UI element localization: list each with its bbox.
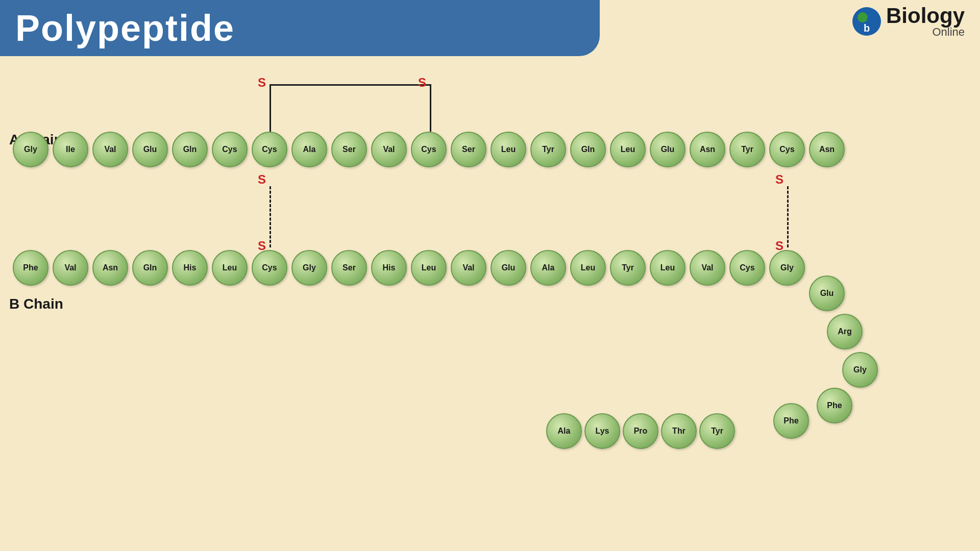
- a-bead-ser2: Ser: [451, 132, 486, 167]
- ss-bridge-right-vert: [430, 84, 431, 132]
- svg-text:b: b: [864, 22, 870, 34]
- b-bead-tyr2: Tyr: [699, 413, 735, 449]
- a-bead-cys2: Cys: [252, 132, 287, 167]
- chain-b-label: B Chain: [9, 296, 63, 312]
- b-bead-cys: Cys: [252, 250, 287, 286]
- b-bead-ser: Ser: [331, 250, 367, 286]
- logo-area: b Biology Online: [851, 5, 965, 38]
- b-bead-thr: Thr: [661, 413, 697, 449]
- b-bead-ala: Ala: [530, 250, 566, 286]
- b-bead-gly3: Gly: [842, 352, 878, 388]
- s-label-r-top: S: [775, 172, 783, 187]
- ss-bridge-top-horiz: [270, 84, 430, 86]
- b-bead-arg: Arg: [827, 314, 863, 349]
- b-bead-phe2: Phe: [817, 388, 852, 423]
- b-bead-leu4: Leu: [650, 250, 685, 286]
- ss-bridge-left-vert: [270, 84, 271, 132]
- logo-biology: Biology: [886, 5, 965, 27]
- a-bead-glu: Glu: [132, 132, 168, 167]
- b-bead-phe: Phe: [13, 250, 48, 286]
- b-bead-gly: Gly: [291, 250, 327, 286]
- s-label-v-top: S: [258, 172, 266, 187]
- b-bead-ala2: Ala: [546, 413, 582, 449]
- b-bead-lys: Lys: [584, 413, 620, 449]
- b-bead-val3: Val: [690, 250, 725, 286]
- a-bead-cys3: Cys: [411, 132, 447, 167]
- svg-point-1: [857, 12, 868, 22]
- b-bead-gly2: Gly: [769, 250, 805, 286]
- b-bead-leu2: Leu: [411, 250, 447, 286]
- logo-text: Biology Online: [886, 5, 965, 38]
- a-bead-asn2: Asn: [809, 132, 845, 167]
- b-bead-tyr: Tyr: [610, 250, 646, 286]
- a-bead-gln: Gln: [172, 132, 208, 167]
- page-title: Polypeptide: [15, 7, 235, 49]
- biology-online-logo-icon: b: [851, 6, 882, 37]
- b-bead-gln: Gln: [132, 250, 168, 286]
- a-bead-ser: Ser: [331, 132, 367, 167]
- a-bead-leu2: Leu: [610, 132, 646, 167]
- a-bead-cys1: Cys: [212, 132, 248, 167]
- a-bead-tyr2: Tyr: [729, 132, 765, 167]
- b-bead-glu2: Glu: [809, 276, 845, 311]
- ss-dashed-vert: [270, 186, 271, 247]
- header: Polypeptide: [0, 0, 600, 56]
- s-label-bridge-right: S: [418, 76, 426, 90]
- b-bead-phe3: Phe: [773, 403, 809, 439]
- logo-online: Online: [886, 27, 965, 38]
- a-bead-gln2: Gln: [570, 132, 606, 167]
- b-bead-his: His: [172, 250, 208, 286]
- ss-dashed-vert-right: [787, 186, 789, 247]
- b-bead-asn: Asn: [92, 250, 128, 286]
- s-label-bridge-left: S: [258, 76, 266, 90]
- a-bead-asn: Asn: [690, 132, 725, 167]
- b-bead-val2: Val: [451, 250, 486, 286]
- a-bead-ala: Ala: [291, 132, 327, 167]
- a-bead-val: Val: [92, 132, 128, 167]
- a-bead-cys4: Cys: [769, 132, 805, 167]
- b-bead-leu3: Leu: [570, 250, 606, 286]
- b-bead-cys2: Cys: [729, 250, 765, 286]
- a-bead-ile: Ile: [53, 132, 88, 167]
- b-bead-leu: Leu: [212, 250, 248, 286]
- a-bead-tyr: Tyr: [530, 132, 566, 167]
- a-bead-glu2: Glu: [650, 132, 685, 167]
- a-bead-leu: Leu: [491, 132, 526, 167]
- b-bead-his2: His: [371, 250, 407, 286]
- b-bead-glu: Glu: [491, 250, 526, 286]
- b-bead-val: Val: [53, 250, 88, 286]
- b-bead-pro: Pro: [623, 413, 658, 449]
- a-bead-gly: Gly: [13, 132, 48, 167]
- a-bead-val2: Val: [371, 132, 407, 167]
